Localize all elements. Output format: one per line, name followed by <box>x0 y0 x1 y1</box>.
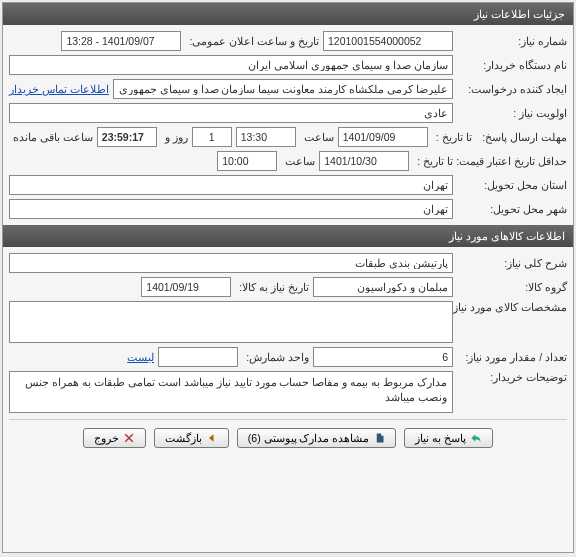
spec-label: مشخصات کالای مورد نیاز: <box>457 301 567 313</box>
exit-button[interactable]: خروج <box>83 428 146 448</box>
qty-field[interactable] <box>313 347 453 367</box>
window-title: جزئیات اطلاعات نیاز <box>474 8 565 21</box>
reply-icon <box>470 432 482 444</box>
respond-button[interactable]: پاسخ به نیاز <box>404 428 493 448</box>
city-label: شهر محل تحویل: <box>457 203 567 215</box>
validity-date-field[interactable] <box>319 151 409 171</box>
back-icon <box>206 432 218 444</box>
deadline-label: مهلت ارسال پاسخ: <box>476 131 567 143</box>
group-label: گروه کالا: <box>457 281 567 293</box>
exit-button-label: خروج <box>94 432 119 444</box>
creator-label: ایجاد کننده درخواست: <box>457 83 567 95</box>
to-date-label-2: تا تاریخ : <box>413 155 453 167</box>
pub-date-label: تاریخ و ساعت اعلان عمومی: <box>185 35 319 47</box>
content-area: شماره نیاز: تاریخ و ساعت اعلان عمومی: نا… <box>3 25 573 552</box>
items-section-title: اطلاعات کالاهای مورد نیاز <box>449 230 565 243</box>
deadline-time-field[interactable] <box>236 127 296 147</box>
desc-field[interactable] <box>9 253 453 273</box>
spec-field[interactable] <box>9 301 453 343</box>
time-label-1: ساعت <box>300 131 334 143</box>
attachments-button-label: مشاهده مدارک پیوستی (6) <box>248 432 370 444</box>
req-number-label: شماره نیاز: <box>457 35 567 47</box>
window-titlebar: جزئیات اطلاعات نیاز <box>3 3 573 25</box>
group-field[interactable] <box>313 277 453 297</box>
province-field[interactable] <box>9 175 453 195</box>
priority-label: اولویت نیاز : <box>457 107 567 119</box>
respond-button-label: پاسخ به نیاز <box>415 432 466 444</box>
priority-field[interactable] <box>9 103 453 123</box>
to-date-label-1: تا تاریخ : <box>432 131 472 143</box>
org-label: نام دستگاه خریدار: <box>457 59 567 71</box>
creator-field[interactable] <box>113 79 453 99</box>
button-bar: پاسخ به نیاز مشاهده مدارک پیوستی (6) باز… <box>9 419 567 450</box>
days-remaining-label: روز و <box>161 131 188 143</box>
days-remaining-field[interactable] <box>192 127 232 147</box>
buyer-note-field[interactable] <box>9 371 453 413</box>
back-button[interactable]: بازگشت <box>154 428 229 448</box>
back-button-label: بازگشت <box>165 432 202 444</box>
validity-label: حداقل تاریخ اعتبار قیمت: <box>457 155 567 167</box>
remaining-label: ساعت باقی مانده <box>9 131 93 143</box>
unit-label: واحد شمارش: <box>242 351 309 363</box>
deadline-date-field[interactable] <box>338 127 428 147</box>
buyer-note-label: توضیحات خریدار: <box>457 371 567 383</box>
desc-label: شرح کلی نیاز: <box>457 257 567 269</box>
unit-list-link[interactable]: لیست <box>127 351 154 363</box>
validity-time-field[interactable] <box>217 151 277 171</box>
qty-label: تعداد / مقدار مورد نیاز: <box>457 351 567 363</box>
req-number-field[interactable] <box>323 31 453 51</box>
contact-link[interactable]: اطلاعات تماس خریدار <box>9 83 109 95</box>
org-field[interactable] <box>9 55 453 75</box>
attachments-button[interactable]: مشاهده مدارک پیوستی (6) <box>237 428 397 448</box>
items-section-header: اطلاعات کالاهای مورد نیاز <box>3 225 573 247</box>
attachment-icon <box>373 432 385 444</box>
city-field[interactable] <box>9 199 453 219</box>
pub-date-field[interactable] <box>61 31 181 51</box>
unit-field[interactable] <box>158 347 238 367</box>
date-req-label: تاریخ نیاز به کالا: <box>235 281 309 293</box>
time-label-2: ساعت <box>281 155 315 167</box>
province-label: استان محل تحویل: <box>457 179 567 191</box>
countdown-field <box>97 127 157 147</box>
exit-icon <box>123 432 135 444</box>
date-req-field[interactable] <box>141 277 231 297</box>
